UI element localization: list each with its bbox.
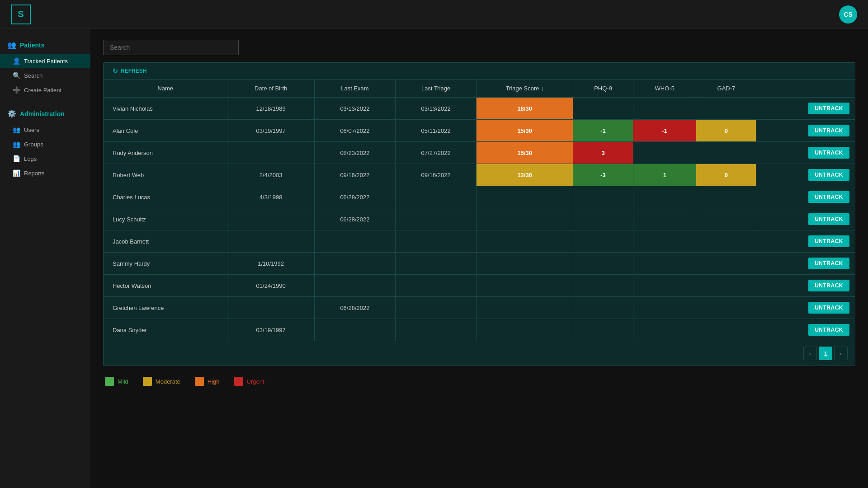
sidebar-patients-header[interactable]: 👥 Patients bbox=[0, 36, 90, 54]
untrack-button[interactable]: UNTRACK bbox=[808, 147, 849, 159]
patient-name: Sammy Hardy bbox=[104, 253, 227, 275]
table-row: Jacob BarnettUNTRACK bbox=[104, 230, 855, 253]
patient-last-exam bbox=[314, 253, 395, 275]
patient-phq9: -1 bbox=[573, 120, 633, 142]
legend: MildModerateHighUrgent bbox=[103, 377, 855, 386]
patient-gad7 bbox=[696, 186, 756, 208]
reports-label: Reports bbox=[24, 170, 45, 177]
patient-phq9 bbox=[573, 319, 633, 341]
sidebar-item-search[interactable]: 🔍 Search bbox=[0, 68, 90, 83]
untrack-button[interactable]: UNTRACK bbox=[808, 258, 849, 269]
col-last-triage: Last Triage bbox=[396, 80, 476, 98]
patient-untrack-cell: UNTRACK bbox=[756, 186, 855, 208]
patient-phq9: 3 bbox=[573, 142, 633, 164]
patient-table-container: ↻ REFRESH Name Date of Birth Last Exam L… bbox=[103, 62, 855, 366]
patient-triage-score: 18/30 bbox=[476, 98, 573, 120]
patient-triage-score: 15/30 bbox=[476, 120, 573, 142]
sidebar-item-create-patient[interactable]: ➕ Create Patient bbox=[0, 83, 90, 97]
patient-phq9 bbox=[573, 186, 633, 208]
patient-gad7 bbox=[696, 208, 756, 230]
patient-phq9 bbox=[573, 208, 633, 230]
untrack-button[interactable]: UNTRACK bbox=[808, 324, 849, 336]
table-body: Vivian Nicholas12/18/198903/13/202203/13… bbox=[104, 98, 855, 341]
col-gad7: GAD-7 bbox=[696, 80, 756, 98]
sidebar-admin-label: Administration bbox=[20, 110, 65, 117]
patient-triage-score bbox=[476, 230, 573, 253]
patient-phq9 bbox=[573, 98, 633, 120]
search-row bbox=[103, 40, 855, 55]
create-patient-icon: ➕ bbox=[13, 86, 20, 94]
patient-untrack-cell: UNTRACK bbox=[756, 142, 855, 164]
groups-icon: 👥 bbox=[13, 141, 20, 148]
sidebar-item-groups[interactable]: 👥 Groups bbox=[0, 137, 90, 151]
content-area: ↻ REFRESH Name Date of Birth Last Exam L… bbox=[90, 29, 868, 488]
patient-gad7 bbox=[696, 98, 756, 120]
page-next-btn[interactable]: › bbox=[834, 347, 848, 360]
legend-color-box bbox=[234, 377, 243, 386]
patient-phq9: -3 bbox=[573, 164, 633, 186]
col-action bbox=[756, 80, 855, 98]
col-dob: Date of Birth bbox=[227, 80, 314, 98]
sidebar-admin-header[interactable]: ⚙️ Administration bbox=[0, 105, 90, 122]
untrack-button[interactable]: UNTRACK bbox=[808, 213, 849, 225]
patient-last-triage: 03/13/2022 bbox=[396, 98, 476, 120]
sidebar-item-tracked-patients[interactable]: 👤 Tracked Patients bbox=[0, 54, 90, 68]
refresh-bar[interactable]: ↻ REFRESH bbox=[104, 63, 855, 80]
patient-last-triage bbox=[396, 275, 476, 297]
logs-label: Logs bbox=[24, 155, 37, 162]
user-avatar[interactable]: CS bbox=[839, 5, 857, 23]
untrack-button[interactable]: UNTRACK bbox=[808, 302, 849, 314]
legend-color-box bbox=[105, 377, 114, 386]
patient-who5 bbox=[633, 253, 696, 275]
untrack-button[interactable]: UNTRACK bbox=[808, 125, 849, 136]
patient-who5 bbox=[633, 186, 696, 208]
patient-name: Jacob Barnett bbox=[104, 230, 227, 253]
table-row: Sammy Hardy1/10/1992UNTRACK bbox=[104, 253, 855, 275]
patient-dob: 1/10/1992 bbox=[227, 253, 314, 275]
patient-triage-score bbox=[476, 253, 573, 275]
patient-name: Hector Watson bbox=[104, 275, 227, 297]
untrack-button[interactable]: UNTRACK bbox=[808, 169, 849, 181]
patient-who5: 1 bbox=[633, 164, 696, 186]
sidebar-item-users[interactable]: 👥 Users bbox=[0, 122, 90, 137]
page-prev-btn[interactable]: ‹ bbox=[803, 347, 817, 360]
untrack-button[interactable]: UNTRACK bbox=[808, 280, 849, 291]
patient-phq9 bbox=[573, 275, 633, 297]
patient-triage-score bbox=[476, 208, 573, 230]
patients-table: Name Date of Birth Last Exam Last Triage… bbox=[104, 80, 855, 341]
untrack-button[interactable]: UNTRACK bbox=[808, 235, 849, 247]
patient-last-triage: 09/16/2022 bbox=[396, 164, 476, 186]
col-triage-score[interactable]: Triage Score ↓ bbox=[476, 80, 573, 98]
patients-icon: 👥 bbox=[7, 41, 16, 49]
logo-text: S bbox=[18, 9, 24, 19]
patient-last-triage bbox=[396, 297, 476, 319]
patient-gad7: 0 bbox=[696, 164, 756, 186]
refresh-label: REFRESH bbox=[121, 68, 146, 74]
patient-last-triage bbox=[396, 208, 476, 230]
patient-untrack-cell: UNTRACK bbox=[756, 253, 855, 275]
patient-untrack-cell: UNTRACK bbox=[756, 275, 855, 297]
patient-dob: 03/19/1997 bbox=[227, 319, 314, 341]
patient-who5 bbox=[633, 319, 696, 341]
legend-item: Urgent bbox=[234, 377, 264, 386]
table-row: Gretchen Lawrence06/28/2022UNTRACK bbox=[104, 297, 855, 319]
sidebar-item-logs[interactable]: 📄 Logs bbox=[0, 151, 90, 166]
tracked-patients-label: Tracked Patients bbox=[24, 58, 68, 65]
table-row: Alan Cole03/19/199706/07/202205/11/20221… bbox=[104, 120, 855, 142]
search-input[interactable] bbox=[103, 40, 239, 55]
untrack-button[interactable]: UNTRACK bbox=[808, 191, 849, 203]
search-nav-icon: 🔍 bbox=[13, 72, 20, 79]
patient-last-exam bbox=[314, 319, 395, 341]
patient-who5 bbox=[633, 208, 696, 230]
users-label: Users bbox=[24, 127, 39, 133]
patient-untrack-cell: UNTRACK bbox=[756, 230, 855, 253]
patient-last-exam: 06/28/2022 bbox=[314, 297, 395, 319]
patient-phq9 bbox=[573, 230, 633, 253]
table-row: Lucy Schultz06/28/2022UNTRACK bbox=[104, 208, 855, 230]
page-1-btn[interactable]: 1 bbox=[819, 347, 832, 360]
patient-last-exam bbox=[314, 275, 395, 297]
patient-untrack-cell: UNTRACK bbox=[756, 319, 855, 341]
sidebar-item-reports[interactable]: 📊 Reports bbox=[0, 166, 90, 180]
untrack-button[interactable]: UNTRACK bbox=[808, 103, 849, 114]
legend-item: High bbox=[195, 377, 220, 386]
